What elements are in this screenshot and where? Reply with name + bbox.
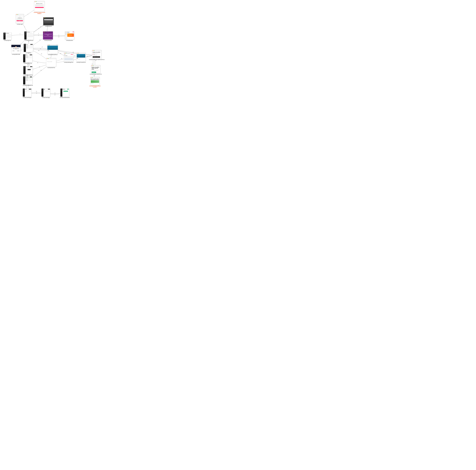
- conn-label-25: 25: [54, 94, 55, 95]
- signin-btn: Sign in: [17, 20, 23, 21]
- new-post-btn: New post: [30, 44, 33, 45]
- settings-site-name: El mejor sitio: [67, 53, 70, 53]
- pub-row-1: Published post 1: [26, 78, 32, 78]
- conn-label-26: 26: [54, 93, 55, 94]
- pages-status: Static pages: [25, 92, 31, 92]
- generic-header: Tags New tag: [44, 89, 50, 89]
- settings-subtitle: Post settings: [64, 55, 73, 56]
- editpost-content: Post Edit my post.: [47, 50, 58, 52]
- dash-title: Dashboard: [6, 33, 11, 34]
- node-label-tags: ActivityViewTags: [42, 97, 50, 98]
- widget-3: [27, 36, 33, 37]
- screen-editprofile: Kiran Tarzana-James Bioa info Save Detai…: [11, 45, 21, 53]
- pub-img: [91, 80, 99, 83]
- viewsite-search: [44, 36, 52, 37]
- page-row-1: [25, 90, 31, 90]
- conn-label-41: 41: [87, 56, 88, 57]
- post-row-1: Post title: [26, 45, 33, 46]
- conn-label-36: 36: [61, 58, 62, 59]
- create-post-btn: Create post: [28, 69, 31, 70]
- site-name-header: El mejor sitio: [46, 32, 49, 32]
- first-label: <FIRST>: [37, 13, 42, 14]
- site-name: El mejor sitio: [16, 18, 23, 18]
- review-sub: Share it with the world.: [92, 53, 101, 54]
- dash-title: Dashboard: [27, 32, 33, 33]
- ready-sub: You're on a professional-use site.: [91, 70, 100, 71]
- profile-btn-details: Details: [17, 50, 19, 51]
- node-post: Posts New post Post title Post title Pos…: [24, 44, 33, 53]
- screen-header: [76, 53, 86, 54]
- explore-btn: New: [73, 32, 74, 32]
- conn-label-31: 31: [37, 62, 38, 63]
- search-results: [44, 21, 53, 23]
- widget-2: [6, 35, 11, 36]
- node-members: Members Import Start building your audie…: [60, 88, 70, 98]
- screen-published-last: Boom, it's out there. That's 9 posts pub…: [90, 77, 100, 85]
- pub-row-5: Posts B4: [26, 80, 32, 81]
- screen-post: Posts New post Post title Post title Pos…: [24, 44, 33, 52]
- settings-body: Post settings: [64, 55, 73, 61]
- posts-header: Scheduled New post: [26, 66, 32, 67]
- node-label-viewsite: ActivityViewSite: [44, 40, 52, 41]
- draft-row-2: Draft post 2: [26, 56, 32, 57]
- editpost-img: [47, 46, 58, 50]
- generic-sidebar: [60, 89, 62, 97]
- node-pages: Pages New page Static pages ActivityView…: [23, 88, 32, 98]
- conn-label-18: 18: [29, 64, 30, 65]
- node-preview: Post looks as good post. ActivityPreview…: [76, 53, 86, 63]
- node-schedule: Scheduled New post No posts found in the…: [23, 66, 33, 76]
- conn-label-24: 24: [36, 91, 37, 92]
- result-1: [44, 21, 53, 21]
- widget-1: [6, 34, 11, 35]
- screen-pages: Pages New page Static pages: [23, 88, 32, 97]
- tag-row-1: [44, 90, 50, 91]
- conn-label-23: 23: [36, 93, 37, 94]
- field-1: [35, 4, 44, 5]
- screen-header: El mejor sitio: [64, 53, 73, 54]
- screen-header: [90, 77, 100, 78]
- dash-sidebar: [3, 33, 6, 39]
- welcome-text: Welcome to Ghost.: [34, 2, 44, 4]
- node-search: 🔍 Search ActivitySearch: [43, 17, 54, 27]
- posts-main: Drafts New post Draft post 1 Draft post …: [25, 54, 33, 62]
- screen-explore: Explore New All designers just for ever: [65, 31, 74, 40]
- new-post-btn: New post: [30, 54, 32, 55]
- draft-row-3: Draft post 3: [26, 57, 32, 57]
- screen-review: Ready, set, publish. Share it with the w…: [92, 50, 102, 59]
- posts-header: Published New post: [26, 77, 32, 77]
- post-row-2: Post title: [26, 46, 33, 46]
- node-readypublish: Ready, set, publish.Share it with the wo…: [90, 65, 102, 75]
- screen-editdraft: Draft Post Edit my post.: [47, 44, 58, 54]
- settings-post-title: Post: [64, 54, 65, 55]
- posts-sidebar: [23, 76, 25, 84]
- node-label-preview: ActivityPreviewPost: [76, 62, 86, 63]
- generic-sidebar: [41, 89, 43, 97]
- result-3: [44, 22, 53, 23]
- dash-main: Dashboard: [6, 33, 12, 39]
- page-row-2: [25, 90, 31, 91]
- screen-preview: Post looks as good post.: [76, 53, 86, 62]
- screen-members: Members Import Start building your audie…: [60, 88, 69, 97]
- profile-actions: Save Details: [11, 50, 21, 52]
- grow-audience-btn: Grow your audience: [63, 91, 68, 92]
- node-drafts: Drafts New post Draft post 1 Draft post …: [23, 54, 33, 64]
- pub-boom: Boom, it's out there. That's 9 posts pub…: [90, 78, 100, 80]
- node-label-review: ActivityContinueFinalReviewPost: [89, 59, 104, 60]
- review-option-publish: Publish: [93, 54, 101, 54]
- posts-sidebar: [24, 44, 26, 52]
- tagline: Thoughts, stories and ideas.: [43, 33, 53, 36]
- tag-row-2: [44, 91, 50, 91]
- node-published-list: Published New post Published post 1 Post…: [23, 76, 33, 86]
- screen-viewsite: El mejor sitio Thoughts, stories and ide…: [43, 31, 53, 40]
- node-label-settings: ActivitySettingsPost: [64, 62, 73, 63]
- draft-row-1: Draft post 1: [26, 55, 32, 56]
- explore-img: just for ever: [67, 34, 74, 37]
- screen-header: [34, 1, 45, 2]
- posts-header: Drafts New post: [26, 54, 32, 55]
- widget-2: [27, 35, 33, 36]
- draft-row-4: Draft post 4: [26, 58, 32, 58]
- screen-published-list: Published New post Published post 1 Post…: [23, 76, 33, 84]
- node-explore: Explore New All designers just for ever …: [65, 31, 74, 41]
- conn-label-11: 11: [58, 35, 59, 36]
- node-label-editprofile: ActivityEditProfile: [12, 54, 20, 55]
